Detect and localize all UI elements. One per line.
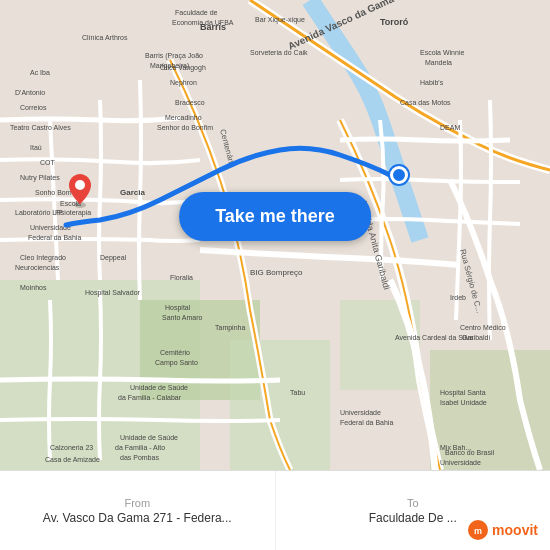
- take-me-there-button[interactable]: Take me there: [179, 192, 371, 241]
- svg-text:Escola Winnie: Escola Winnie: [420, 49, 464, 56]
- svg-text:Faculdade de: Faculdade de: [175, 9, 218, 16]
- svg-text:Clínica Arthros: Clínica Arthros: [82, 34, 128, 41]
- svg-text:Isabel Unidade: Isabel Unidade: [440, 399, 487, 406]
- svg-text:da Familia - Calabar: da Familia - Calabar: [118, 394, 182, 401]
- svg-text:da Familia - Alto: da Familia - Alto: [115, 444, 165, 451]
- svg-text:Avenida Cardeal da Silva: Avenida Cardeal da Silva: [395, 334, 474, 341]
- svg-text:Bradesco: Bradesco: [175, 99, 205, 106]
- svg-text:Santo Amaro: Santo Amaro: [162, 314, 203, 321]
- svg-text:Calzoneria 23: Calzoneria 23: [50, 444, 93, 451]
- moovit-text: moovit: [492, 522, 538, 538]
- moovit-icon: m: [468, 520, 488, 540]
- svg-text:Bar Xique-xique: Bar Xique-xique: [255, 16, 305, 24]
- svg-text:Ac Iba: Ac Iba: [30, 69, 50, 76]
- svg-text:Federal da Bahia: Federal da Bahia: [340, 419, 393, 426]
- svg-text:Campo Santo: Campo Santo: [155, 359, 198, 367]
- svg-text:COT: COT: [40, 159, 56, 166]
- svg-point-75: [75, 180, 85, 190]
- svg-text:Hospital: Hospital: [165, 304, 191, 312]
- svg-text:BIG Bompreço: BIG Bompreço: [250, 268, 303, 277]
- destination-pin: [66, 172, 94, 212]
- svg-text:Deppeal: Deppeal: [100, 254, 127, 262]
- svg-text:Centro Médico: Centro Médico: [460, 324, 506, 331]
- svg-text:Correios: Correios: [20, 104, 47, 111]
- svg-text:Moinhos: Moinhos: [20, 284, 47, 291]
- svg-text:Floralia: Floralia: [170, 274, 193, 281]
- svg-text:Cemitério: Cemitério: [160, 349, 190, 356]
- svg-text:m: m: [474, 526, 482, 536]
- moovit-logo: m moovit: [468, 520, 538, 540]
- from-label: Av. Vasco Da Gama 271 - Federa...: [43, 511, 232, 525]
- svg-text:Nephron: Nephron: [170, 79, 197, 87]
- svg-text:Casa das Motos: Casa das Motos: [400, 99, 451, 106]
- svg-text:Tampinha: Tampinha: [215, 324, 245, 332]
- svg-text:DEAM: DEAM: [440, 124, 460, 131]
- svg-text:Federal da Bahia: Federal da Bahia: [28, 234, 81, 241]
- svg-text:Irdeb: Irdeb: [450, 294, 466, 301]
- svg-text:Unidade de Saúde: Unidade de Saúde: [130, 384, 188, 391]
- svg-text:Garcia: Garcia: [120, 188, 145, 197]
- svg-text:D'Antonio: D'Antonio: [15, 89, 45, 96]
- svg-text:Neurociencias: Neurociencias: [15, 264, 60, 271]
- svg-text:Senhor do Bonfim: Senhor do Bonfim: [157, 124, 213, 131]
- svg-text:Mangabeira): Mangabeira): [150, 62, 189, 70]
- to-label: Faculdade De ...: [369, 511, 457, 525]
- svg-text:Banco do Brasil: Banco do Brasil: [445, 449, 494, 456]
- svg-text:Barris (Praça João: Barris (Praça João: [145, 52, 203, 60]
- svg-text:Hospital Salvador: Hospital Salvador: [85, 289, 141, 297]
- svg-text:Universidade: Universidade: [340, 409, 381, 416]
- svg-text:Cleo Integrado: Cleo Integrado: [20, 254, 66, 262]
- svg-text:Nutry Pilates: Nutry Pilates: [20, 174, 60, 182]
- map-container: Avenida Vasco da Gama Avenida Anita Gari…: [0, 0, 550, 470]
- origin-dot: [390, 166, 408, 184]
- bottom-bar: From Av. Vasco Da Gama 271 - Federa... T…: [0, 470, 550, 550]
- svg-text:Tabu: Tabu: [290, 389, 305, 396]
- svg-text:Teatro Castro Alves: Teatro Castro Alves: [10, 124, 71, 131]
- svg-text:Habib's: Habib's: [420, 79, 444, 86]
- svg-text:Casa de Amizade: Casa de Amizade: [45, 456, 100, 463]
- svg-text:Universidade: Universidade: [440, 459, 481, 466]
- svg-text:Mercadinho: Mercadinho: [165, 114, 202, 121]
- from-location: From Av. Vasco Da Gama 271 - Federa...: [0, 471, 276, 550]
- svg-text:Unidade de Saúde: Unidade de Saúde: [120, 434, 178, 441]
- svg-text:Sorveteria do Caik: Sorveteria do Caik: [250, 49, 308, 56]
- svg-text:Itaú: Itaú: [30, 144, 42, 151]
- svg-text:Economia da UFBA: Economia da UFBA: [172, 19, 234, 26]
- svg-text:Hospital Santa: Hospital Santa: [440, 389, 486, 397]
- svg-text:Mandela: Mandela: [425, 59, 452, 66]
- svg-text:Tororó: Tororó: [380, 17, 409, 27]
- svg-text:das Pombas: das Pombas: [120, 454, 159, 461]
- svg-text:Universidade: Universidade: [30, 224, 71, 231]
